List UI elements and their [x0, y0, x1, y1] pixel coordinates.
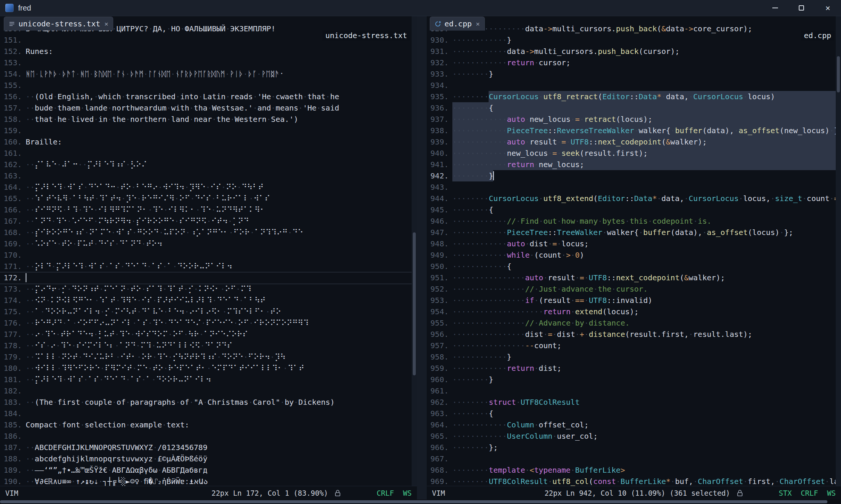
code-line[interactable]: 932.············return·cursor;	[427, 57, 836, 68]
code-line[interactable]: 190.··∀∂∈ℝ∧∪≡∞·↑↗↨↻⇣·┐┼╔╘░►☺♀·ﬁ�⑀₂ἠḂӥẄɐː…	[0, 476, 412, 487]
code-line[interactable]: 177.··⠔·⠹⠑·⠞⠗⠁⠙⠑⠲·⡃⠥⠞·⠹⠑·⠺⠊⠎⠙⠕⠍·⠕⠋·⠳⠗·⠁⠝…	[0, 329, 412, 340]
code-line[interactable]: 180.··⠺⠊⠇⠇·⠹⠻⠑⠋⠕⠗⠑·⠏⠻⠍⠊⠞·⠍⠑·⠞⠕·⠗⠑⠏⠑⠁⠞⠂·⠑…	[0, 363, 412, 374]
close-button[interactable]: ✕	[815, 0, 841, 16]
pane-divider[interactable]	[417, 16, 427, 499]
code-line[interactable]: 952.················//·Just·advance·the·…	[427, 283, 836, 295]
code-line[interactable]: 181.··⡍⠜⠇⠑⠹·⠺⠁⠎·⠁⠎·⠙⠑⠁⠙·⠁⠎·⠁·⠙⠕⠕⠗⠤⠝⠁⠊⠇⠲	[0, 374, 412, 385]
code-line[interactable]: 968.········template·<typename·BufferLik…	[427, 464, 836, 476]
horizontal-scrollbar[interactable]	[0, 499, 841, 504]
code-line[interactable]: 161.	[0, 148, 412, 159]
code-line[interactable]: 156.··(Old·English,·which·transcribed·in…	[0, 91, 412, 102]
code-line[interactable]: 962.········struct·UTF8ColResult	[427, 396, 836, 408]
code-line[interactable]: 154.ᚻᛖ·ᚳᚹᚫᚦ·ᚦᚫᛏ·ᚻᛖ·ᛒᚢᛞᛖ·ᚩᚾ·ᚦᚫᛗ·ᛚᚪᚾᛞᛖ·ᚾᚩᚱ…	[0, 68, 412, 80]
scrollbar-thumb[interactable]	[837, 56, 840, 92]
code-line[interactable]: 165.··⠱⠁⠞⠑⠧⠻·⠁⠃⠳⠞·⠹⠁⠞⠲·⡹⠑·⠗⠑⠛⠊⠌⠻·⠕⠋·⠙⠊⠎·…	[0, 193, 412, 204]
code-lines[interactable]: 150.В·ЧАЩАХ·ЮГА·ЖИЛ-БЫЛ·ЦИТРУС?·ДА,·НО·Ф…	[0, 23, 412, 487]
code-line[interactable]: 956.················dist·=·dist·+·distan…	[427, 329, 836, 340]
code-line[interactable]: 175.··⠁·⠙⠕⠕⠗⠤⠝⠁⠊⠇⠲·⡊·⠍⠊⠣⠞·⠙⠁⠧⠑·⠃⠑⠲·⠔⠊⠇⠔⠫…	[0, 306, 412, 317]
code-line[interactable]: 929.················data->multi_cursors.…	[427, 23, 836, 34]
code-line[interactable]: 950.············{	[427, 261, 836, 272]
code-line[interactable]: 930.············}	[427, 34, 836, 46]
code-line[interactable]: 958.············}	[427, 351, 836, 363]
scrollbar-thumb[interactable]	[0, 500, 827, 503]
code-line[interactable]: 946.············//·Find·out·how·many·byt…	[427, 215, 836, 227]
code-line[interactable]: 176.··⠗⠑⠛⠜⠙·⠁·⠊⠕⠋⠋⠔⠤⠝⠁⠊⠇·⠁⠎·⠹⠑·⠙⠑⠁⠙⠑⠌·⠏⠊…	[0, 317, 412, 329]
code-line[interactable]: 939.············auto·result·=·UTF8::next…	[427, 136, 836, 148]
code-line[interactable]: 173.··⡍⠔⠙⠖·⡊·⠙⠕⠝⠰⠞·⠍⠑⠁⠝·⠞⠕·⠎⠁⠹·⠹⠁⠞·⡊·⠅⠝⠪…	[0, 283, 412, 295]
code-line[interactable]: 964.············Column·offset_col;	[427, 419, 836, 430]
code-line[interactable]: 947.············PieceTree::TreeWalker·wa…	[427, 227, 836, 238]
code-line[interactable]: 174.··⠪⠝·⠅⠝⠪⠇⠫⠛⠑⠂·⠱⠁⠞·⠹⠻⠑·⠊⠎·⠏⠜⠞⠊⠊⠥⠇⠜⠇⠹·…	[0, 295, 412, 306]
code-line[interactable]: 955.················//·Advance·by·distan…	[427, 317, 836, 329]
code-line[interactable]: 158.··that·he·lived·in·the·northern·land…	[0, 114, 412, 125]
code-line[interactable]: 182.	[0, 385, 412, 396]
code-line[interactable]: 178.··⠊⠎·⠔·⠹⠑·⠎⠊⠍⠊⠇⠑⠆·⠁⠝⠙·⠍⠹·⠥⠝⠙⠁⠇⠇⠪⠫·⠙⠁…	[0, 340, 412, 351]
code-line[interactable]: 187.··ABCDEFGHIJKLMNOPQRSTUVWXYZ·/012345…	[0, 442, 412, 453]
code-line[interactable]: 162.··⡌⠁⠧⠑·⠼⠁⠒··⡍⠜⠇⠑⠹⠰⠎·⡣⠕⠌	[0, 159, 412, 170]
code-line[interactable]: 183.··(The·first·couple·of·paragraphs·of…	[0, 396, 412, 408]
code-line[interactable]: 944.········CursorLocus·utf8_extend(Edit…	[427, 193, 836, 204]
code-line[interactable]: 942.········}	[427, 170, 836, 181]
code-line[interactable]: 153.	[0, 57, 412, 68]
code-line[interactable]: 949.············while·(count·>·0)	[427, 249, 836, 261]
code-line[interactable]: 164.··⡍⠜⠇⠑⠹·⠺⠁⠎·⠙⠑⠁⠙⠒·⠞⠕·⠃⠑⠛⠔·⠺⠊⠹⠲·⡹⠻⠑·⠊…	[0, 181, 412, 193]
code-line[interactable]: 186.	[0, 430, 412, 442]
vertical-scrollbar[interactable]	[412, 16, 417, 486]
code-line[interactable]: 188.··abcdefghijklmnopqrstuvwxyz·£©µÀÆÖÞ…	[0, 453, 412, 464]
tab-close-icon[interactable]: ✕	[476, 20, 480, 28]
code-line[interactable]: 168.··⡎⠊⠗⠕⠕⠛⠑⠰⠎·⠝⠁⠍⠑·⠺⠁⠎·⠛⠕⠕⠙·⠥⠏⠕⠝·⠰⡡⠁⠝⠛…	[0, 227, 412, 238]
code-line[interactable]: 160.Braille:	[0, 136, 412, 148]
tab-ed-cpp[interactable]: ed.cpp ✕	[430, 17, 485, 31]
line-number: 165.	[3, 193, 22, 204]
code-line[interactable]: 966.········};	[427, 442, 836, 453]
code-line[interactable]: 937.············auto·new_locus·=·retract…	[427, 114, 836, 125]
scrollbar-thumb[interactable]	[413, 232, 416, 376]
tab-unicode-stress-txt[interactable]: unicode-stress.txt ✕	[4, 17, 113, 31]
code-line[interactable]: 152.Runes:	[0, 46, 412, 57]
tab-close-icon[interactable]: ✕	[105, 20, 108, 28]
line-number: 943.	[430, 181, 449, 193]
maximize-button[interactable]	[788, 0, 815, 16]
code-line[interactable]: 163.	[0, 170, 412, 181]
code-line[interactable]: 172.	[0, 272, 412, 283]
code-line[interactable]: 155.	[0, 80, 412, 91]
code-line[interactable]: 945.········{	[427, 204, 836, 215]
code-line[interactable]: 940.············new_locus·=·seek(result.…	[427, 148, 836, 159]
code-lines[interactable]: 929.················data->multi_cursors.…	[427, 23, 836, 487]
code-line[interactable]: 931.············data->multi_cursors.push…	[427, 46, 836, 57]
code-line[interactable]: 179.··⠩⠁⠇⠇·⠝⠕⠞·⠙⠊⠌⠥⠗⠃·⠊⠞⠂·⠕⠗·⠹⠑·⡊⠳⠝⠞⠗⠹⠰⠎…	[0, 351, 412, 363]
code-line[interactable]: 953.················if·(result·==·UTF8::…	[427, 295, 836, 306]
code-line[interactable]: 961.	[427, 385, 836, 396]
code-line[interactable]: 969.········UTF8ColResult·utf8_col(const…	[427, 476, 836, 487]
code-line[interactable]: 170.	[0, 249, 412, 261]
code-line[interactable]: 938.············PieceTree::ReverseTreeWa…	[427, 125, 836, 136]
code-line[interactable]: 941.············return·new_locus;	[427, 159, 836, 170]
code-line[interactable]: 967.	[427, 453, 836, 464]
code-line[interactable]: 159.	[0, 125, 412, 136]
code-line[interactable]: 959.············return·dist;	[427, 363, 836, 374]
code-line[interactable]: 954.····················return·extend(lo…	[427, 306, 836, 317]
code-line[interactable]: 935.········CursorLocus·utf8_retract(Edi…	[427, 91, 836, 102]
lock-icon	[737, 489, 743, 497]
code-line[interactable]: 957.················--count;	[427, 340, 836, 351]
code-line[interactable]: 934.	[427, 80, 836, 91]
code-line[interactable]: 166.··⠎⠊⠛⠝⠫·⠃⠹·⠹⠑·⠊⠇⠻⠛⠹⠍⠁⠝⠂·⠹⠑·⠊⠇⠻⠅⠂·⠹⠑·…	[0, 204, 412, 215]
code-line[interactable]: 963.········{	[427, 408, 836, 419]
code-line[interactable]: 157.··bude·thaem·lande·northweardum·with…	[0, 102, 412, 114]
code-line[interactable]: 960.········}	[427, 374, 836, 385]
code-line[interactable]: 951.················auto·result·=·UTF8::…	[427, 272, 836, 283]
code-line[interactable]: 189.··–—‘“”„†•…‰™œŠŸž€·ΑΒΓΔΩαβγδω·АБВГДа…	[0, 464, 412, 476]
minimize-button[interactable]	[762, 0, 788, 16]
code-line[interactable]: 169.··⠡⠕⠎⠑·⠞⠕·⠏⠥⠞·⠙⠊⠎·⠙⠁⠝⠙·⠞⠕⠲	[0, 238, 412, 249]
code-line[interactable]: 948.············auto·dist·=·locus;	[427, 238, 836, 249]
code-line[interactable]: 171.··⡕⠇⠙·⡍⠜⠇⠑⠹·⠺⠁⠎·⠁⠎·⠙⠑⠁⠙·⠁⠎·⠁·⠙⠕⠕⠗⠤⠝⠁…	[0, 261, 412, 272]
code-line[interactable]: 943.	[427, 181, 836, 193]
code-line[interactable]: 185.Compact·font·selection·example·text:	[0, 419, 412, 430]
code-line[interactable]: 184.	[0, 408, 412, 419]
code-line[interactable]: 167.··⠁⠝⠙·⠹⠑·⠡⠊⠑⠋·⠍⠳⠗⠝⠻⠲·⡎⠊⠗⠕⠕⠛⠑·⠎⠊⠛⠝⠫·⠊…	[0, 215, 412, 227]
code-line[interactable]: 965.············UserColumn·user_col;	[427, 430, 836, 442]
code-line[interactable]: 936.········{	[427, 102, 836, 114]
vertical-scrollbar[interactable]	[836, 16, 841, 486]
code-line[interactable]: 933.········}	[427, 68, 836, 80]
line-number: 958.	[430, 351, 449, 363]
